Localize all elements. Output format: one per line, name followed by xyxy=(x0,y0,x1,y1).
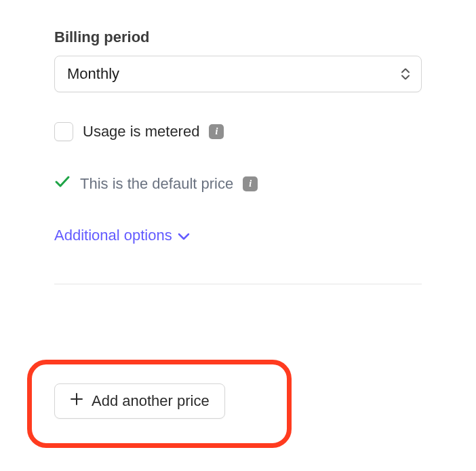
metered-checkbox[interactable] xyxy=(54,122,73,141)
billing-period-select[interactable]: Monthly xyxy=(54,56,422,92)
additional-options-label: Additional options xyxy=(54,227,172,244)
add-another-price-label: Add another price xyxy=(92,392,210,410)
additional-options-toggle[interactable]: Additional options xyxy=(54,227,422,244)
chevron-down-icon xyxy=(178,227,190,244)
metered-label: Usage is metered xyxy=(83,123,199,140)
info-icon[interactable]: i xyxy=(209,124,224,139)
plus-icon xyxy=(70,392,83,410)
add-another-price-button[interactable]: Add another price xyxy=(54,383,225,419)
info-icon[interactable]: i xyxy=(243,176,258,191)
billing-period-label: Billing period xyxy=(54,29,422,46)
check-icon xyxy=(54,174,71,194)
billing-period-value: Monthly xyxy=(67,65,119,83)
section-divider xyxy=(54,284,422,284)
default-price-label: This is the default price xyxy=(80,175,233,193)
